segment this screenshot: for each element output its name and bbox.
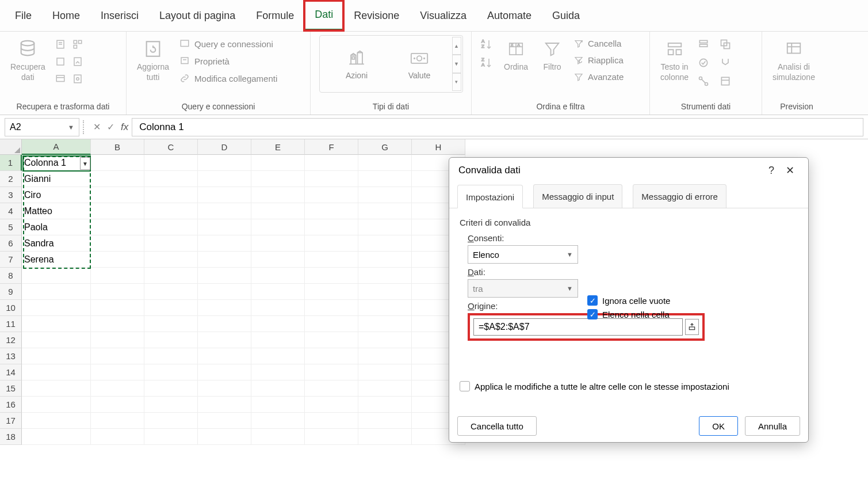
cell[interactable] — [251, 413, 305, 429]
cell[interactable] — [358, 171, 412, 187]
enter-formula-icon[interactable]: ✓ — [104, 121, 117, 132]
cell[interactable] — [144, 332, 198, 348]
cell[interactable] — [144, 300, 198, 316]
cell[interactable] — [251, 268, 305, 284]
cell[interactable] — [358, 413, 412, 429]
cell[interactable] — [91, 252, 144, 268]
col-header-A[interactable]: A — [22, 139, 91, 155]
modifica-collegamenti-button[interactable]: Modifica collegamenti — [177, 70, 280, 87]
cell[interactable] — [22, 332, 91, 348]
row-header-12[interactable]: 12 — [0, 332, 22, 348]
sort-za-icon[interactable]: ZA — [480, 56, 494, 70]
cell[interactable] — [91, 284, 144, 300]
cell[interactable] — [305, 284, 358, 300]
gallery-up-icon[interactable]: ▲ — [452, 37, 461, 55]
row-header-16[interactable]: 16 — [0, 397, 22, 413]
cell[interactable] — [22, 284, 91, 300]
row-header-13[interactable]: 13 — [0, 348, 22, 364]
cell[interactable] — [198, 235, 251, 252]
cell[interactable] — [305, 252, 358, 268]
cell[interactable] — [22, 397, 91, 413]
cell[interactable] — [358, 429, 412, 445]
cell[interactable] — [144, 219, 198, 235]
cell[interactable] — [22, 413, 91, 429]
cell[interactable]: Serena — [22, 252, 91, 268]
cell[interactable] — [358, 252, 412, 268]
cell[interactable] — [251, 155, 305, 171]
row-header-18[interactable]: 18 — [0, 429, 22, 445]
row-header-5[interactable]: 5 — [0, 219, 22, 235]
cell[interactable] — [91, 364, 144, 380]
menu-file[interactable]: File — [5, 2, 42, 30]
cell[interactable]: Gianni — [22, 171, 91, 187]
menu-layout[interactable]: Layout di pagina — [149, 2, 246, 30]
col-header-F[interactable]: F — [305, 139, 358, 155]
cell[interactable] — [305, 380, 358, 397]
cell[interactable] — [91, 397, 144, 413]
cell[interactable] — [22, 348, 91, 364]
cell[interactable] — [91, 332, 144, 348]
cell[interactable] — [358, 300, 412, 316]
cell[interactable] — [198, 397, 251, 413]
cell[interactable] — [305, 155, 358, 171]
cell[interactable] — [358, 364, 412, 380]
cell[interactable] — [91, 155, 144, 171]
cell[interactable] — [305, 235, 358, 252]
cancella-button[interactable]: Cancella — [572, 35, 626, 52]
from-table-icon[interactable] — [53, 55, 67, 68]
row-header-8[interactable]: 8 — [0, 268, 22, 284]
cell[interactable] — [91, 429, 144, 445]
cell[interactable] — [198, 284, 251, 300]
query-connessioni-button[interactable]: Query e connessioni — [177, 35, 280, 52]
cell[interactable] — [144, 429, 198, 445]
cell[interactable] — [305, 413, 358, 429]
cell[interactable] — [358, 187, 412, 203]
cell[interactable] — [251, 332, 305, 348]
cell[interactable] — [91, 219, 144, 235]
cell[interactable] — [251, 397, 305, 413]
formula-input[interactable]: Colonna 1 — [132, 118, 863, 136]
cell[interactable]: Ciro — [22, 187, 91, 203]
from-text-icon[interactable] — [53, 37, 67, 51]
row-header-15[interactable]: 15 — [0, 380, 22, 397]
cell[interactable] — [305, 187, 358, 203]
cell[interactable] — [358, 203, 412, 219]
cell[interactable] — [144, 203, 198, 219]
cell[interactable]: Sandra — [22, 235, 91, 252]
ignora-celle-checkbox-row[interactable]: ✓ Ignora celle vuote — [587, 295, 670, 306]
cell[interactable] — [144, 268, 198, 284]
recupera-dati-button[interactable]: Recupera dati — [6, 35, 50, 85]
consenti-select[interactable]: Elenco ▼ — [468, 245, 578, 264]
fx-icon[interactable]: fx — [121, 121, 128, 133]
cell[interactable] — [305, 268, 358, 284]
menu-revisione[interactable]: Revisione — [343, 2, 410, 30]
cell[interactable] — [305, 332, 358, 348]
cell[interactable] — [198, 429, 251, 445]
cell[interactable] — [305, 171, 358, 187]
cell[interactable] — [144, 171, 198, 187]
cell[interactable] — [198, 316, 251, 332]
cell[interactable] — [198, 413, 251, 429]
name-box[interactable]: A2 ▼ — [5, 118, 79, 136]
cell[interactable] — [22, 429, 91, 445]
cell[interactable] — [198, 332, 251, 348]
cell[interactable] — [198, 348, 251, 364]
cell[interactable] — [91, 187, 144, 203]
cell[interactable] — [91, 203, 144, 219]
tab-messaggio-input[interactable]: Messaggio di input — [533, 184, 622, 208]
cell[interactable] — [198, 364, 251, 380]
help-icon[interactable]: ? — [762, 165, 781, 177]
cell[interactable] — [251, 380, 305, 397]
menu-inserisci[interactable]: Inserisci — [90, 2, 149, 30]
flash-fill-icon[interactable] — [697, 37, 710, 51]
cell[interactable] — [144, 316, 198, 332]
tab-impostazioni[interactable]: Impostazioni — [457, 185, 523, 208]
row-header-10[interactable]: 10 — [0, 300, 22, 316]
cell[interactable] — [198, 252, 251, 268]
cell[interactable] — [251, 171, 305, 187]
row-header-6[interactable]: 6 — [0, 235, 22, 252]
cell[interactable] — [91, 235, 144, 252]
filtro-button[interactable]: Filtro — [536, 35, 568, 74]
row-header-4[interactable]: 4 — [0, 203, 22, 219]
cell[interactable]: Matteo — [22, 203, 91, 219]
